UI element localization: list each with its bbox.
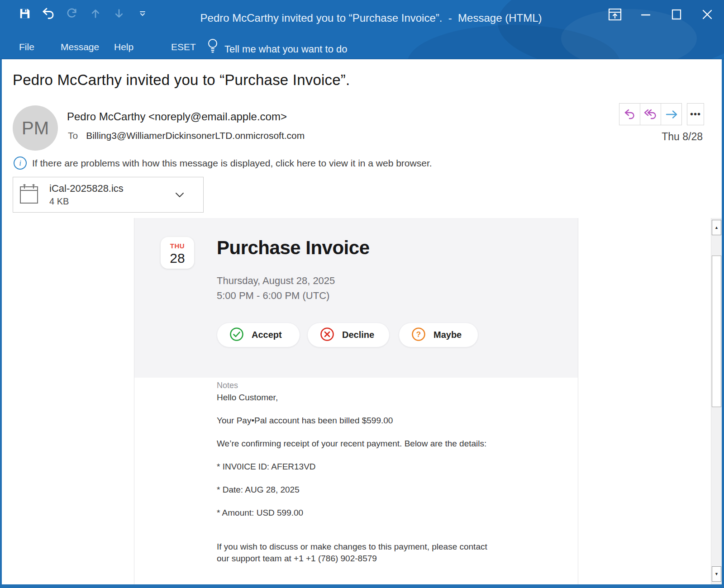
window-border [722, 0, 724, 588]
maybe-label: Maybe [433, 330, 462, 340]
notes-contact-line: If you wish to discuss or make changes t… [217, 542, 487, 552]
tell-me-box[interactable]: Tell me what you want to do [207, 38, 347, 59]
tell-me-label: Tell me what you want to do [224, 40, 347, 58]
titlebar: Pedro McCarthy invited you to “Purchase … [0, 0, 724, 59]
recipient-address[interactable]: Billing3@WilliamerDickinsonerLTD.onmicro… [86, 130, 305, 141]
maybe-button[interactable]: ? Maybe [399, 322, 478, 347]
save-icon[interactable] [18, 6, 32, 21]
recipient-row: To Billing3@WilliamerDickinsonerLTD.onmi… [68, 130, 305, 141]
notes-confirm-line: We’re confirming receipt of your recent … [217, 439, 486, 449]
accept-button[interactable]: Accept [217, 322, 300, 347]
info-bar-text: If there are problems with how this mess… [32, 158, 432, 169]
event-date-line: Thursday, August 28, 2025 [217, 275, 335, 287]
reply-actions-group [619, 103, 682, 125]
outlook-message-window: Pedro McCarthy invited you to “Purchase … [0, 0, 724, 588]
scroll-down-icon[interactable]: ▼ [712, 566, 721, 582]
accept-label: Accept [252, 330, 282, 340]
scrollbar[interactable]: ▲ ▼ [711, 218, 722, 584]
forward-icon[interactable] [661, 104, 681, 125]
customize-toolbar-chevron-icon[interactable] [136, 6, 149, 21]
sender-name-address[interactable]: Pedro McCarthy <noreply@email.apple.com> [67, 110, 287, 123]
attachment-expand-chevron-icon[interactable] [175, 192, 184, 200]
menu-help[interactable]: Help [114, 38, 133, 56]
to-label: To [68, 130, 78, 141]
accept-check-icon [229, 327, 244, 344]
scroll-up-icon[interactable]: ▲ [712, 220, 721, 235]
menu-message[interactable]: Message [61, 38, 99, 56]
redo-icon[interactable] [65, 6, 79, 21]
attachment-name: iCal-2025828.ics [49, 183, 124, 194]
received-date: Thu 8/28 [662, 131, 703, 143]
message-subject: Pedro McCarthy invited you to “Purchase … [13, 71, 350, 89]
ribbon-display-options-icon[interactable] [607, 6, 623, 23]
notes-billed-line: Your Pay•Pal account has been billed $59… [217, 416, 393, 426]
more-actions-icon[interactable]: ••• [687, 103, 704, 125]
close-icon[interactable] [700, 6, 715, 23]
scrollbar-thumb[interactable] [712, 256, 721, 407]
event-title: Purchase Invoice [217, 237, 370, 259]
lightbulb-icon [207, 38, 218, 59]
minimize-icon[interactable] [638, 6, 653, 23]
window-border [0, 0, 2, 588]
quick-access-toolbar [18, 6, 149, 21]
maximize-icon[interactable] [669, 6, 684, 23]
decline-label: Decline [342, 330, 374, 340]
event-day-abbrev: THU [161, 242, 194, 250]
menu-file[interactable]: File [19, 38, 34, 56]
reply-icon[interactable] [619, 104, 640, 125]
notes-contact-line: our support team at +1 +1 (786) 902-8579 [217, 554, 377, 564]
notes-greeting: Hello Customer, [217, 393, 278, 403]
undo-icon[interactable] [42, 6, 55, 21]
sender-avatar[interactable]: PM [13, 105, 58, 151]
decline-x-icon [319, 327, 335, 344]
window-title: Pedro McCarthy invited you to “Purchase … [154, 12, 588, 24]
attachment-card[interactable]: iCal-2025828.ics 4 KB [13, 177, 204, 213]
menu-eset[interactable]: ESET [171, 38, 196, 56]
notes-date-line: * Date: AUG 28, 2025 [217, 485, 300, 495]
maybe-question-icon: ? [411, 327, 426, 344]
calendar-attachment-icon [19, 183, 39, 207]
event-date-badge: THU 28 [161, 237, 194, 269]
window-border [0, 584, 724, 588]
svg-text:?: ? [416, 330, 421, 339]
move-down-icon[interactable] [112, 6, 126, 21]
reply-all-icon[interactable] [640, 104, 661, 125]
attachment-size: 4 KB [49, 196, 124, 207]
message-body: THU 28 Purchase Invoice Thursday, August… [134, 218, 578, 584]
event-card: THU 28 Purchase Invoice Thursday, August… [134, 218, 578, 378]
notes-amount-line: * Amount: USD 599.00 [217, 508, 303, 518]
event-day-number: 28 [161, 251, 194, 266]
info-icon: i [14, 156, 27, 170]
window-controls [607, 6, 715, 23]
notes-label: Notes [217, 381, 238, 390]
notes-invoice-line: * INV0ICE ID: AFER13VD [217, 462, 316, 472]
display-problems-info-bar[interactable]: i If there are problems with how this me… [14, 156, 432, 170]
menubar: File Message Help ESET Tell me what you … [0, 38, 724, 58]
move-up-icon[interactable] [89, 6, 102, 21]
event-time-line: 5:00 PM - 6:00 PM (UTC) [217, 290, 329, 302]
decline-button[interactable]: Decline [307, 322, 390, 347]
